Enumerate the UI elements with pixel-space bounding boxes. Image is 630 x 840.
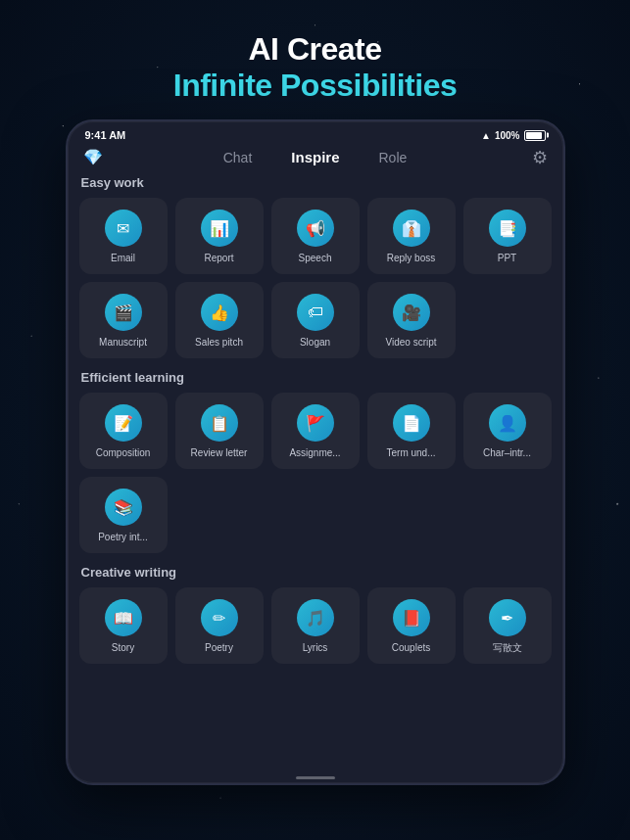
item-icon-1-0: 📝 xyxy=(105,404,142,442)
item-icon-0-1: 📊 xyxy=(201,210,238,247)
item-icon-2-4: ✒ xyxy=(489,599,526,636)
item-label-1-1: Review letter xyxy=(191,447,248,459)
item-icon-0-8: 🎥 xyxy=(393,294,430,331)
item-icon-0-0: ✉ xyxy=(105,210,142,247)
logo-icon: 💎 xyxy=(83,148,103,166)
item-card-1-5[interactable]: 📚Poetry int... xyxy=(79,477,168,553)
item-icon-1-2: 🚩 xyxy=(297,404,334,442)
item-icon-2-3: 📕 xyxy=(393,599,430,636)
item-card-1-2[interactable]: 🚩Assignme... xyxy=(271,393,360,469)
hero-line1: AI Create xyxy=(173,31,458,68)
grid-2: 📖Story✏Poetry🎵Lyrics📕Couplets✒写散文 xyxy=(79,587,552,664)
section-2: Creative writing📖Story✏Poetry🎵Lyrics📕Cou… xyxy=(79,565,552,664)
item-card-1-0[interactable]: 📝Composition xyxy=(79,393,168,469)
tab-role[interactable]: Role xyxy=(374,148,411,167)
section-0: Easy work✉Email📊Report📢Speech👔Reply boss… xyxy=(79,175,552,358)
section-1: Efficient learning📝Composition📋Review le… xyxy=(79,370,552,553)
item-label-2-0: Story xyxy=(112,642,134,654)
status-time: 9:41 AM xyxy=(85,129,126,141)
item-icon-0-7: 🏷 xyxy=(297,294,334,331)
item-card-2-3[interactable]: 📕Couplets xyxy=(367,587,456,664)
item-card-1-3[interactable]: 📄Term und... xyxy=(367,393,456,469)
item-label-1-3: Term und... xyxy=(386,447,435,459)
ipad-device: 9:41 AM ▲ 100% 💎 Chat Inspire Role ⚙ Eas… xyxy=(66,119,565,785)
item-label-0-0: Email xyxy=(111,253,135,264)
item-icon-0-5: 🎬 xyxy=(105,294,142,331)
item-icon-1-1: 📋 xyxy=(201,404,238,442)
item-icon-1-4: 👤 xyxy=(489,404,526,442)
item-card-0-4[interactable]: 📑PPT xyxy=(463,198,552,274)
scroll-dot xyxy=(296,776,335,779)
grid-0: ✉Email📊Report📢Speech👔Reply boss📑PPT🎬Manu… xyxy=(79,198,552,358)
item-card-2-4[interactable]: ✒写散文 xyxy=(463,587,552,664)
wifi-icon: ▲ xyxy=(481,130,491,141)
item-card-0-6[interactable]: 👍Sales pitch xyxy=(175,282,264,358)
item-card-0-5[interactable]: 🎬Manuscript xyxy=(79,282,168,358)
item-label-0-7: Slogan xyxy=(300,337,330,349)
tab-inspire[interactable]: Inspire xyxy=(287,147,343,167)
status-bar: 9:41 AM ▲ 100% xyxy=(68,121,563,141)
item-card-1-4[interactable]: 👤Char–intr... xyxy=(463,393,552,469)
battery-label: 100% xyxy=(495,130,520,141)
item-label-0-1: Report xyxy=(204,253,233,264)
item-card-0-8[interactable]: 🎥Video script xyxy=(367,282,456,358)
item-icon-0-2: 📢 xyxy=(297,210,334,247)
item-label-1-2: Assignme... xyxy=(289,447,340,459)
scroll-indicator xyxy=(68,770,563,783)
item-label-2-2: Lyrics xyxy=(303,642,328,654)
item-label-2-3: Couplets xyxy=(392,642,430,654)
item-card-1-1[interactable]: 📋Review letter xyxy=(175,393,264,469)
item-card-0-1[interactable]: 📊Report xyxy=(175,198,264,274)
item-icon-0-3: 👔 xyxy=(393,210,430,247)
item-label-0-3: Reply boss xyxy=(387,253,435,264)
content-area[interactable]: Easy work✉Email📊Report📢Speech👔Reply boss… xyxy=(68,175,563,770)
tab-bar: 💎 Chat Inspire Role ⚙ xyxy=(68,141,563,175)
hero-line2: Infinite Possibilities xyxy=(173,68,458,104)
section-title-0: Easy work xyxy=(79,175,552,190)
item-label-0-5: Manuscript xyxy=(99,337,147,349)
item-label-1-0: Composition xyxy=(96,447,151,459)
item-card-2-0[interactable]: 📖Story xyxy=(79,587,168,664)
battery-fill xyxy=(526,132,542,139)
status-right: ▲ 100% xyxy=(481,130,545,141)
item-label-2-4: 写散文 xyxy=(493,642,522,654)
hero-title: AI Create Infinite Possibilities xyxy=(173,31,458,104)
item-icon-0-6: 👍 xyxy=(201,294,238,331)
item-icon-1-3: 📄 xyxy=(393,404,430,442)
item-label-0-2: Speech xyxy=(299,253,332,264)
item-label-1-4: Char–intr... xyxy=(483,447,531,459)
item-icon-2-0: 📖 xyxy=(105,599,142,636)
item-card-2-2[interactable]: 🎵Lyrics xyxy=(271,587,360,664)
item-icon-1-5: 📚 xyxy=(105,489,142,526)
tab-chat[interactable]: Chat xyxy=(219,148,257,167)
item-label-0-8: Video script xyxy=(385,337,436,349)
section-title-1: Efficient learning xyxy=(79,370,552,385)
item-card-0-2[interactable]: 📢Speech xyxy=(271,198,360,274)
item-card-0-3[interactable]: 👔Reply boss xyxy=(367,198,456,274)
item-label-2-1: Poetry xyxy=(205,642,233,654)
section-title-2: Creative writing xyxy=(79,565,552,580)
item-label-0-4: PPT xyxy=(498,253,516,264)
item-card-0-0[interactable]: ✉Email xyxy=(79,198,168,274)
item-icon-2-2: 🎵 xyxy=(297,599,334,636)
item-label-1-5: Poetry int... xyxy=(98,532,148,543)
item-card-2-1[interactable]: ✏Poetry xyxy=(175,587,264,664)
gear-icon[interactable]: ⚙ xyxy=(532,147,548,168)
item-card-0-7[interactable]: 🏷Slogan xyxy=(271,282,360,358)
item-icon-2-1: ✏ xyxy=(201,599,238,636)
battery-icon xyxy=(524,130,546,141)
item-label-0-6: Sales pitch xyxy=(195,337,243,349)
item-icon-0-4: 📑 xyxy=(489,210,526,247)
grid-1: 📝Composition📋Review letter🚩Assignme...📄T… xyxy=(79,393,552,553)
